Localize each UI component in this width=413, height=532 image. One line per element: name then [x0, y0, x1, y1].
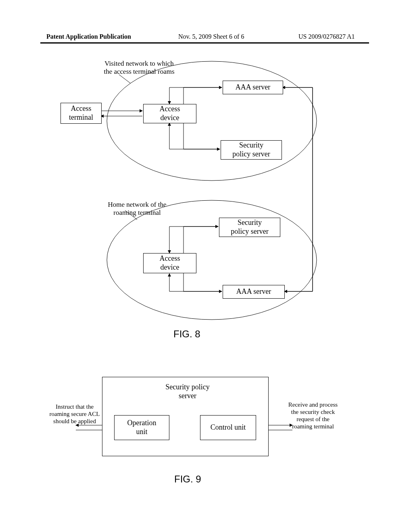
home-network-label: Home network of theroaming terminal [97, 201, 177, 217]
aaa-server-top-box: AAA server [223, 81, 283, 94]
fig8-caption: FIG. 8 [173, 328, 200, 340]
fig9-left-label: Instruct that theroaming secure ACLshoul… [46, 403, 103, 425]
operation-unit-box: Operationunit [114, 415, 169, 440]
aaa-server-bot-box: AAA server [223, 285, 285, 299]
svg-point-2 [107, 200, 317, 320]
sps-top-box: Securitypolicy server [221, 140, 282, 160]
control-unit-box: Control unit [200, 415, 256, 440]
sps-container-title: Security policyserver [159, 383, 216, 400]
fig9-right-label: Receive and processthe security checkreq… [282, 401, 344, 430]
sps-bot-box: Securitypolicy server [219, 218, 280, 237]
access-device-top-box: Accessdevice [143, 104, 196, 123]
svg-point-0 [107, 61, 317, 181]
access-device-bot-box: Accessdevice [143, 253, 196, 273]
visited-network-label: Visited network to whichthe access termi… [95, 60, 184, 76]
fig9-caption: FIG. 9 [174, 474, 201, 485]
access-terminal-box: Accessterminal [60, 103, 102, 124]
